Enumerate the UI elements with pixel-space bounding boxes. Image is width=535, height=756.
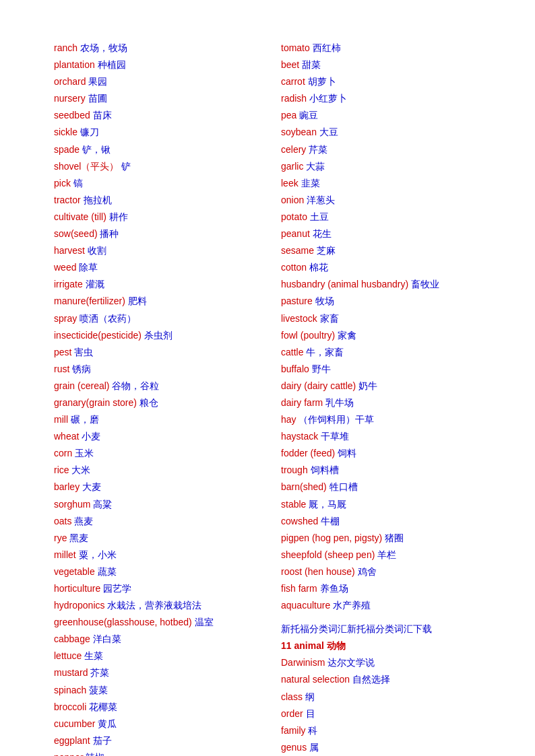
english-term: lettuce — [54, 650, 82, 661]
english-term: sow(seed) — [54, 228, 98, 239]
chinese-translation: 韭菜 — [301, 178, 320, 188]
list-item: celery 芹菜 — [281, 142, 481, 158]
chinese-translation: 铲 — [121, 161, 131, 172]
list-item: 新托福分类词汇新托福分类词汇下载 — [281, 621, 481, 637]
english-term: aquaculture — [281, 600, 330, 611]
chinese-translation: 除草 — [79, 262, 98, 273]
list-item: potato 土豆 — [281, 209, 481, 225]
list-item: millet 粟，小米 — [54, 547, 254, 563]
chinese-translation: 害虫 — [74, 347, 93, 357]
english-term: eggplant — [54, 735, 90, 746]
chinese-translation: 水栽法，营养液栽培法 — [107, 600, 201, 611]
chinese-translation: 野牛 — [312, 364, 331, 374]
list-item: rust 锈病 — [54, 362, 254, 377]
list-item: onion 洋葱头 — [281, 193, 481, 208]
list-item: weed 除草 — [54, 260, 254, 275]
english-term: pick — [54, 178, 71, 188]
chinese-translation: 牛棚 — [321, 516, 340, 526]
chinese-translation: 养鱼场 — [320, 583, 348, 594]
english-term: livestock — [281, 313, 317, 324]
english-term: ranch — [54, 42, 77, 53]
list-item: mustard 芥菜 — [54, 665, 254, 681]
list-item: wheat 小麦 — [54, 429, 254, 444]
chinese-translation: 小红萝卜 — [309, 93, 347, 104]
english-term: grain (cereal) — [54, 380, 109, 391]
list-item: dairy farm 乳牛场 — [281, 395, 481, 411]
main-content: ranch 农场，牧场plantation 种植园orchard 果园nurse… — [54, 40, 481, 756]
english-term: sickle — [54, 127, 77, 137]
english-term: spray — [54, 313, 77, 324]
vocab-link[interactable]: 新托福分类词汇新托福分类词汇下载 — [281, 623, 432, 634]
chinese-translation: 小麦 — [82, 431, 100, 442]
list-item: spinach 菠菜 — [54, 683, 254, 698]
english-term: fowl (poultry) — [281, 330, 335, 341]
english-term: order — [281, 708, 303, 719]
chinese-translation: 碾，磨 — [71, 414, 99, 425]
chinese-translation: 达尔文学说 — [327, 657, 375, 668]
english-term: garlic — [281, 161, 303, 172]
list-item: mill 碾，磨 — [54, 412, 254, 427]
chinese-translation: 芹菜 — [309, 144, 327, 155]
english-term: fish farm — [281, 583, 317, 594]
chinese-translation: 粟，小米 — [79, 549, 117, 560]
english-term: cucumber — [54, 718, 95, 729]
chinese-translation: 棉花 — [309, 262, 328, 273]
list-item: beet 甜菜 — [281, 57, 481, 73]
list-item: haystack 干草堆 — [281, 429, 481, 444]
english-term: tractor — [54, 195, 81, 205]
chinese-translation: 厩，马厩 — [309, 499, 346, 510]
chinese-translation: 大米 — [71, 465, 90, 475]
list-item: lettuce 生菜 — [54, 648, 254, 664]
chinese-translation: 高粱 — [93, 499, 112, 510]
list-item: carrot 胡萝卜 — [281, 74, 481, 90]
list-item: seedbed 苗床 — [54, 108, 254, 123]
chinese-translation: 拖拉机 — [84, 195, 112, 205]
english-term: natural selection — [281, 674, 350, 685]
list-item: soybean 大豆 — [281, 125, 481, 140]
english-term: spade — [54, 144, 80, 155]
chinese-translation: 果园 — [88, 76, 107, 87]
english-term: sesame — [281, 245, 314, 256]
list-item: tractor 拖拉机 — [54, 193, 254, 208]
list-item: horticulture 园艺学 — [54, 581, 254, 596]
english-term: pea — [281, 110, 296, 121]
english-term: vegetable — [54, 566, 95, 577]
english-term: cultivate (till) — [54, 211, 106, 222]
chinese-translation: 茄子 — [93, 735, 112, 746]
english-term: pepper — [54, 752, 84, 756]
english-term: mill — [54, 414, 68, 425]
list-item: vegetable 蔬菜 — [54, 564, 254, 580]
list-item: hydroponics 水栽法，营养液栽培法 — [54, 598, 254, 613]
english-term: buffalo — [281, 364, 309, 374]
list-item: livestock 家畜 — [281, 311, 481, 327]
list-item: radish 小红萝卜 — [281, 91, 481, 106]
list-item: cucumber 黄瓜 — [54, 716, 254, 732]
list-item: shovel（平头） 铲 — [54, 159, 254, 174]
english-term: manure(fertilizer) — [54, 296, 125, 306]
list-item: granary(grain store) 粮仓 — [54, 395, 254, 411]
english-term: rust — [54, 364, 69, 374]
list-item: rice 大米 — [54, 462, 254, 478]
list-item: buffalo 野牛 — [281, 362, 481, 377]
list-item: sow(seed) 播种 — [54, 226, 254, 242]
list-item: pepper 辣椒 — [54, 750, 254, 756]
chinese-translation: 温室 — [195, 617, 214, 627]
list-item: barley 大麦 — [54, 479, 254, 495]
chinese-translation: 畜牧业 — [411, 279, 439, 289]
list-item: pasture 牧场 — [281, 294, 481, 309]
english-term: nursery — [54, 93, 86, 104]
english-term: dairy (dairy cattle) — [281, 380, 356, 391]
list-item: spray 喷洒（农药） — [54, 311, 254, 327]
chinese-translation: 饲料槽 — [311, 465, 339, 475]
list-item: cowshed 牛棚 — [281, 514, 481, 529]
chinese-translation: 土豆 — [310, 211, 329, 222]
chinese-translation: 蔬菜 — [98, 566, 117, 577]
chinese-translation: 自然选择 — [352, 674, 390, 685]
chinese-translation: （作饲料用）干草 — [298, 414, 374, 425]
chinese-translation: 芥菜 — [90, 667, 109, 678]
chinese-translation: 肥料 — [128, 296, 147, 306]
list-item: fowl (poultry) 家禽 — [281, 328, 481, 343]
chinese-translation: 谷物，谷粒 — [112, 380, 159, 391]
list-item: irrigate 灌溉 — [54, 277, 254, 292]
chinese-translation: 菠菜 — [89, 685, 108, 695]
